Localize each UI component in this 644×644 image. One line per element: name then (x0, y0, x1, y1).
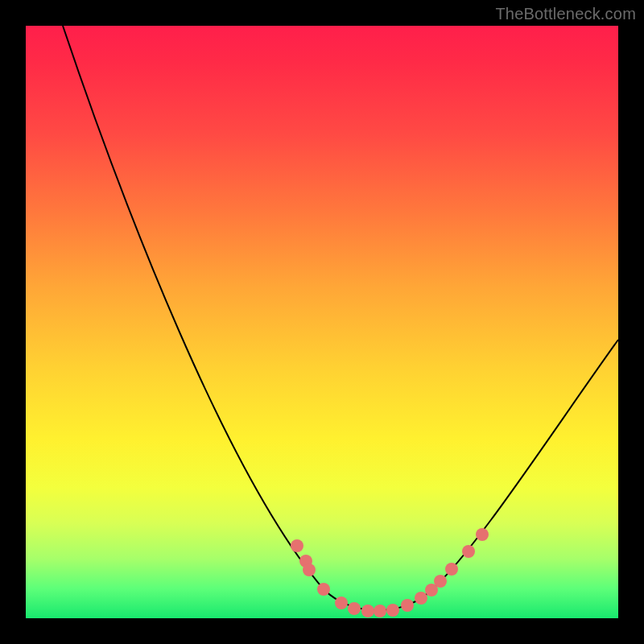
highlight-dot (415, 592, 427, 605)
highlight-dots-group (291, 528, 489, 617)
highlight-dot (445, 563, 458, 576)
highlight-dot (335, 597, 348, 609)
bottleneck-curve (63, 26, 618, 610)
highlight-dot (434, 575, 447, 588)
chart-plot-area (26, 26, 618, 618)
chart-svg-layer (26, 26, 618, 618)
highlight-dot (386, 604, 399, 617)
highlight-dot (317, 583, 330, 596)
highlight-dot (291, 539, 303, 552)
watermark-text: TheBottleneck.com (495, 5, 636, 23)
highlight-dot (374, 605, 386, 617)
highlight-dot (361, 605, 374, 617)
highlight-dot (462, 545, 475, 558)
highlight-dot (303, 564, 316, 576)
chart-stage: TheBottleneck.com (0, 0, 644, 644)
highlight-dot (348, 602, 361, 615)
highlight-dot (401, 599, 414, 612)
highlight-dot (476, 528, 489, 541)
